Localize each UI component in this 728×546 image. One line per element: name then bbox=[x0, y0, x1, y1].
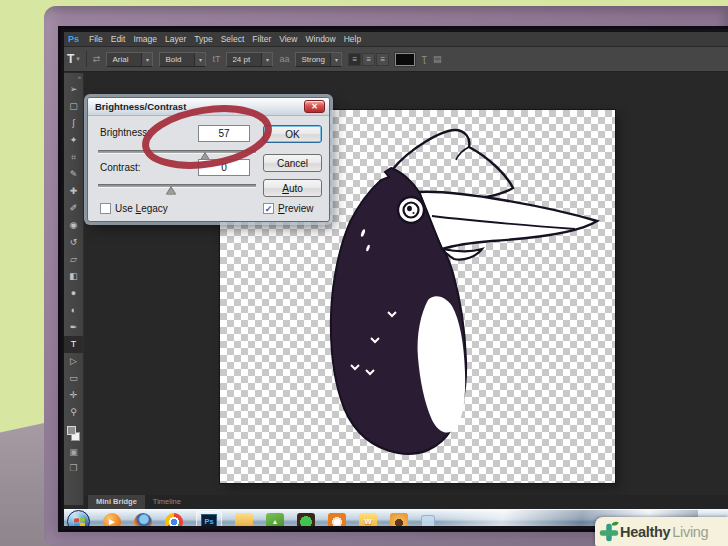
dialog-title-bar[interactable]: Brightness/Contrast ✕ bbox=[88, 98, 329, 116]
tool-path-selection[interactable]: ▷ bbox=[64, 353, 83, 370]
screen-mode-icon[interactable]: ❐ bbox=[64, 460, 83, 476]
start-button[interactable] bbox=[67, 510, 90, 526]
use-legacy-label: Use Legacy bbox=[115, 203, 168, 214]
brightness-contrast-dialog: Brightness/Contrast ✕ Brightness: 57 OK … bbox=[87, 97, 330, 222]
contrast-slider[interactable] bbox=[98, 184, 256, 188]
anti-alias-icon: aa bbox=[279, 54, 289, 64]
align-right-icon[interactable]: ≡ bbox=[376, 53, 389, 66]
menu-help[interactable]: Help bbox=[344, 34, 361, 44]
contrast-input[interactable]: 0 bbox=[198, 159, 250, 176]
font-size-value: 24 pt bbox=[227, 55, 261, 64]
spotify-icon[interactable] bbox=[297, 513, 315, 527]
menu-filter[interactable]: Filter bbox=[252, 34, 271, 44]
tab-timeline[interactable]: Timeline bbox=[145, 495, 189, 509]
tool-lasso[interactable]: ʃ bbox=[64, 115, 83, 132]
dialog-title: Brightness/Contrast bbox=[95, 101, 186, 112]
tool-move[interactable]: ➢ bbox=[64, 81, 83, 98]
tool-type[interactable]: T bbox=[64, 336, 83, 353]
separator bbox=[86, 51, 87, 67]
chevron-down-icon[interactable]: ▾ bbox=[261, 53, 272, 66]
browser-icon[interactable] bbox=[328, 513, 346, 527]
tool-brush[interactable]: ✐ bbox=[64, 200, 83, 217]
photoshop-taskbar-icon[interactable]: Ps bbox=[196, 511, 222, 526]
tool-crop[interactable]: ⌗ bbox=[64, 149, 83, 166]
media-player-icon[interactable]: ▶ bbox=[103, 513, 121, 527]
explorer-icon[interactable] bbox=[235, 513, 253, 527]
tool-rectangle[interactable]: ▭ bbox=[64, 370, 83, 387]
brightness-label: Brightness: bbox=[100, 127, 150, 138]
ok-button[interactable]: OK bbox=[263, 125, 322, 143]
tool-preset-caret-icon[interactable]: ▾ bbox=[76, 55, 80, 63]
bottom-panels-bar: Mini Bridge Timeline bbox=[84, 495, 728, 509]
menu-window[interactable]: Window bbox=[306, 34, 336, 44]
alignment-group: ≡ ≡ ≡ bbox=[348, 53, 389, 66]
font-style-select[interactable]: Bold ▾ bbox=[159, 52, 206, 67]
menu-image[interactable]: Image bbox=[133, 34, 157, 44]
image-viewer-icon[interactable]: ▲ bbox=[266, 513, 284, 527]
close-icon[interactable]: ✕ bbox=[304, 100, 325, 113]
font-size-select[interactable]: 24 pt ▾ bbox=[226, 52, 273, 67]
warp-text-icon[interactable]: Ʈ bbox=[421, 54, 427, 64]
camera-app-icon[interactable] bbox=[390, 513, 408, 527]
chrome-icon[interactable] bbox=[165, 513, 183, 527]
use-legacy-row: Use Legacy bbox=[100, 203, 168, 214]
menu-bar: Ps File Edit Image Layer Type Select Fil… bbox=[64, 32, 728, 47]
collapse-toolbar-icon[interactable]: » bbox=[64, 73, 83, 81]
menu-view[interactable]: View bbox=[279, 34, 297, 44]
tool-quick-selection[interactable]: ✦ bbox=[64, 132, 83, 149]
scene: Ps File Edit Image Layer Type Select Fil… bbox=[0, 0, 728, 546]
brand-name-bold: Healthy bbox=[620, 524, 670, 540]
chevron-down-icon[interactable]: ▾ bbox=[194, 53, 205, 66]
color-swatches[interactable] bbox=[64, 424, 83, 444]
brand-name-light: Living bbox=[672, 524, 708, 540]
font-family-select[interactable]: Arial ▾ bbox=[106, 52, 153, 67]
use-legacy-checkbox[interactable] bbox=[100, 203, 111, 214]
type-tool-icon[interactable]: T bbox=[67, 52, 74, 66]
preview-row: ✓ Preview bbox=[263, 203, 314, 214]
tool-blur[interactable]: ● bbox=[64, 285, 83, 302]
chevron-down-icon[interactable]: ▾ bbox=[330, 53, 341, 66]
tool-hand[interactable]: ✛ bbox=[64, 387, 83, 404]
preview-label: Preview bbox=[278, 203, 314, 214]
tool-clone-stamp[interactable]: ◉ bbox=[64, 217, 83, 234]
tool-gradient[interactable]: ◧ bbox=[64, 268, 83, 285]
tab-mini-bridge[interactable]: Mini Bridge bbox=[88, 495, 145, 509]
tool-dodge[interactable]: ◐ bbox=[64, 302, 83, 319]
tool-healing-brush[interactable]: ✚ bbox=[64, 183, 83, 200]
preview-checkbox[interactable]: ✓ bbox=[263, 203, 274, 214]
tool-eraser[interactable]: ▱ bbox=[64, 251, 83, 268]
tool-pen[interactable]: ✒ bbox=[64, 319, 83, 336]
font-style-value: Bold bbox=[160, 55, 194, 64]
tool-zoom[interactable]: ⚲ bbox=[64, 404, 83, 421]
anti-alias-select[interactable]: Strong ▾ bbox=[295, 52, 342, 67]
tool-history-brush[interactable]: ↺ bbox=[64, 234, 83, 251]
contrast-label: Contrast: bbox=[100, 162, 141, 173]
menu-edit[interactable]: Edit bbox=[111, 34, 126, 44]
foreground-color-swatch[interactable] bbox=[67, 426, 76, 435]
align-left-icon[interactable]: ≡ bbox=[348, 53, 361, 66]
chevron-down-icon[interactable]: ▾ bbox=[141, 53, 152, 66]
text-orientation-icon[interactable]: ⇄ bbox=[93, 54, 101, 64]
winamp-icon[interactable]: W bbox=[359, 513, 377, 527]
anti-alias-value: Strong bbox=[296, 55, 330, 64]
contrast-slider-thumb[interactable] bbox=[166, 187, 176, 195]
text-color-swatch[interactable] bbox=[395, 53, 415, 66]
auto-button[interactable]: Auto bbox=[263, 179, 322, 197]
firefox-icon[interactable] bbox=[134, 513, 152, 527]
tool-marquee[interactable]: ▢ bbox=[64, 98, 83, 115]
brightness-input[interactable]: 57 bbox=[198, 125, 250, 142]
quick-mask-icon[interactable]: ▣ bbox=[64, 444, 83, 460]
menu-file[interactable]: File bbox=[89, 34, 103, 44]
paint-app-icon[interactable] bbox=[421, 515, 435, 527]
options-bar: T ▾ ⇄ Arial ▾ Bold ▾ tT 24 pt ▾ bbox=[64, 47, 728, 72]
healthy-living-badge: Healthy Living bbox=[595, 517, 728, 546]
cancel-button[interactable]: Cancel bbox=[263, 154, 322, 172]
font-size-icon: tT bbox=[212, 54, 220, 64]
menu-select[interactable]: Select bbox=[221, 34, 245, 44]
toggle-panels-icon[interactable]: ▤ bbox=[433, 54, 442, 64]
menu-layer[interactable]: Layer bbox=[165, 34, 186, 44]
brightness-slider[interactable] bbox=[98, 150, 256, 154]
menu-type[interactable]: Type bbox=[194, 34, 212, 44]
tool-eyedropper[interactable]: ✎ bbox=[64, 166, 83, 183]
align-center-icon[interactable]: ≡ bbox=[362, 53, 375, 66]
